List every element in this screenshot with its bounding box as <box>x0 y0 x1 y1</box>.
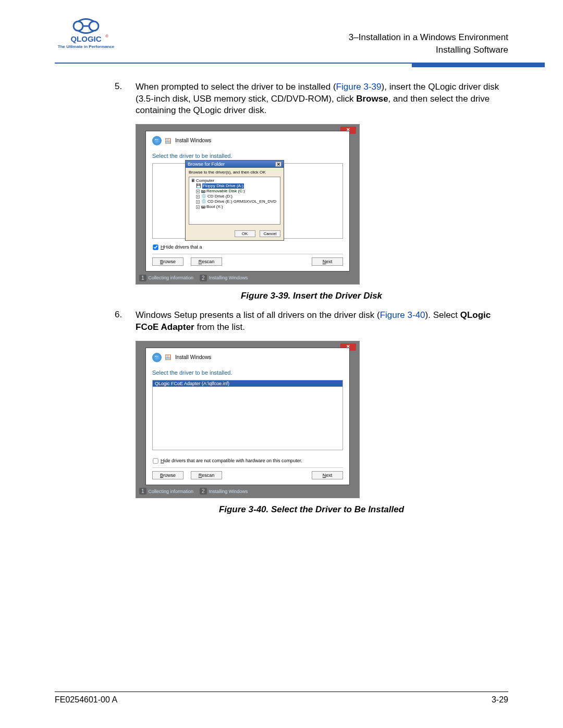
svg-text:®: ® <box>105 34 108 39</box>
next-button[interactable]: Next <box>312 471 343 479</box>
step-text: Windows Setup presents a list of all dri… <box>136 310 508 334</box>
step-6: 6. Windows Setup presents a list of all … <box>115 310 508 334</box>
hide-drivers-checkbox[interactable]: Hide drivers that are not compatible wit… <box>152 458 343 464</box>
dialog-heading: Select the driver to be installed. <box>152 153 343 159</box>
expand-icon[interactable]: + <box>196 205 200 209</box>
browse-button[interactable]: BBrowserowse <box>152 257 183 266</box>
step-number: 6. <box>115 310 136 334</box>
cd-icon: 💿 <box>201 194 206 199</box>
next-button[interactable]: Next <box>312 257 343 266</box>
svg-point-0 <box>74 21 83 31</box>
folder-tree[interactable]: 🖥Computer 💾Floppy Disk Drive (A:) +🖴Remo… <box>189 177 280 225</box>
browse-button[interactable]: Browse <box>152 471 183 479</box>
logo-tagline: The Ultimate in Performance <box>55 44 117 49</box>
qlogic-logo-icon: QLOGIC ® <box>63 16 109 44</box>
expand-icon[interactable]: + <box>196 195 200 199</box>
step-text: When prompted to select the driver to be… <box>136 81 508 117</box>
disk-icon: 🖴 <box>201 189 205 194</box>
ok-button[interactable]: OK <box>235 230 255 237</box>
back-icon[interactable] <box>152 353 162 362</box>
step-number: 5. <box>115 81 136 117</box>
figure-3-40-caption: Figure 3-40. Select the Driver to Be Ins… <box>115 504 508 515</box>
folder-dialog-title: Browse for Folder <box>188 162 225 167</box>
floppy-icon: 💾 <box>196 183 201 189</box>
figure-3-39-screenshot: ✕ 🪟 Install Windows Select the driver to… <box>136 124 360 285</box>
driver-list[interactable]: QLogic FCoE Adapter (A:\qlfcoe.inf) <box>152 380 343 450</box>
browse-folder-dialog: Browse for Folder ✕ Browse to the driver… <box>185 160 284 241</box>
page-header: QLOGIC ® The Ultimate in Performance 3–I… <box>55 16 508 56</box>
svg-point-1 <box>89 21 99 31</box>
dialog-heading: Select the driver to be installed. <box>152 369 343 376</box>
cancel-button[interactable]: Cancel <box>260 230 280 237</box>
window-title: Install Windows <box>175 354 211 360</box>
header-text: 3–Installation in a Windows Environment … <box>349 16 508 56</box>
expand-icon[interactable]: + <box>196 190 200 193</box>
figure-3-40-screenshot: ✕ 🪟 Install Windows Select the driver to… <box>136 341 360 498</box>
page-number: 3-29 <box>492 695 508 705</box>
figure-link[interactable]: Figure 3-40 <box>380 310 425 320</box>
windows-flag-icon: 🪟 <box>165 138 171 144</box>
computer-icon: 🖥 <box>191 178 195 183</box>
step-5: 5. When prompted to select the driver to… <box>115 81 508 117</box>
figure-3-39-caption: Figure 3-39. Insert the Driver Disk <box>115 291 508 301</box>
close-icon[interactable]: ✕ <box>275 162 282 167</box>
disk-icon: 🖴 <box>201 204 205 209</box>
rescan-button[interactable]: Rescan <box>191 471 222 479</box>
header-rule <box>55 63 508 66</box>
floppy-node[interactable]: Floppy Disk Drive (A:) <box>202 183 244 189</box>
page-footer: FE0254601-00 A 3-29 <box>55 692 508 705</box>
chapter-line: 3–Installation in a Windows Environment <box>349 31 508 44</box>
expand-icon[interactable]: + <box>196 200 200 204</box>
figure-link[interactable]: Figure 3-39 <box>336 82 382 92</box>
document-number: FE0254601-00 A <box>55 695 117 705</box>
driver-item-selected[interactable]: QLogic FCoE Adapter (A:\qlfcoe.inf) <box>153 380 342 387</box>
svg-text:QLOGIC: QLOGIC <box>70 34 101 43</box>
progress-steps: 1Collecting information 2Installing Wind… <box>136 485 359 498</box>
back-icon[interactable] <box>152 136 162 145</box>
window-title: Install Windows <box>175 138 211 144</box>
cd-icon: 💿 <box>201 199 206 204</box>
section-line: Installing Software <box>349 44 508 56</box>
rescan-button[interactable]: Rescan <box>191 257 222 266</box>
folder-message: Browse to the driver(s), and then click … <box>189 170 280 175</box>
windows-flag-icon: 🪟 <box>165 354 171 360</box>
hide-drivers-checkbox[interactable]: HHide drivers that a <box>152 244 343 251</box>
logo: QLOGIC ® The Ultimate in Performance <box>55 16 117 49</box>
progress-steps: 1Collecting information 2Installing Wind… <box>136 272 359 284</box>
